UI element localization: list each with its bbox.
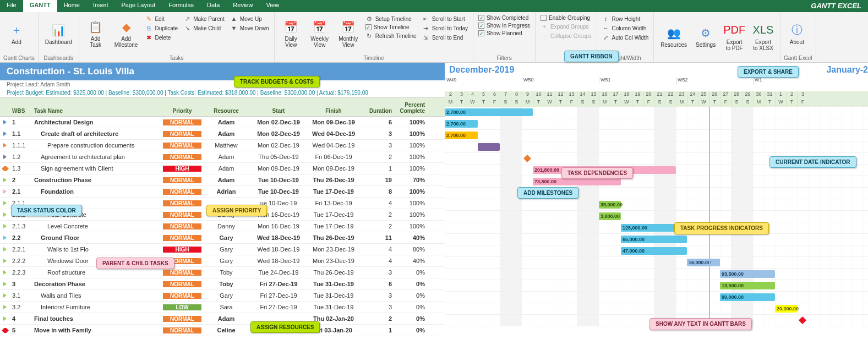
ribbon-show-completed[interactable]: ✓Show Completed	[477, 14, 532, 21]
ribbon-make-child[interactable]: ↘Make Child	[182, 24, 226, 32]
ribbon: ＋AddGantt Charts📊DashboardDashboards📋Add…	[0, 12, 868, 63]
current-date-line	[709, 107, 710, 326]
task-pane: Construction - St. Louis Villa Project L…	[0, 63, 445, 336]
week-header: W49W50W51W52W1	[445, 77, 868, 85]
tab-home[interactable]: Home	[57, 0, 86, 12]
tab-review[interactable]: Review	[226, 0, 259, 12]
ribbon-about[interactable]: ⓘAbout	[784, 13, 810, 54]
ribbon-scroll-to-today[interactable]: ⇥Scroll to Today	[421, 24, 470, 32]
task-row[interactable]: 3.2Interiors/ FurnitureLOWSaraFri 27-Dec…	[0, 302, 445, 313]
callout-budgets: TRACK BUDGETS & COSTS	[234, 76, 320, 88]
milestone-marker[interactable]	[523, 155, 531, 162]
ribbon-export-to xlsx[interactable]: XLSExportto XLSX	[750, 13, 777, 60]
gantt-pane: December-2019 January-2 W49W50W51W52W1 2…	[445, 63, 868, 336]
tab-formulas[interactable]: Formulas	[162, 0, 200, 12]
ribbon-expand-groups: +Expand Groups	[539, 22, 593, 31]
callout-priority: ASSIGN PRIORITY	[206, 205, 267, 216]
task-row[interactable]: 1.1.1Prepare construction documentsNORMA…	[0, 140, 445, 151]
ribbon-make-parent[interactable]: ↗Make Parent	[182, 14, 226, 23]
gantt-bar[interactable]: 80,000.00	[720, 293, 775, 301]
task-row[interactable]: 2.1FoundationNORMALAdrianTue 10-Dec-19Tu…	[0, 186, 445, 198]
callout-resources: ASSIGN RESOURCES	[250, 321, 320, 333]
callout-export: EXPORT & SHARE	[738, 66, 799, 78]
tab-data[interactable]: Data	[200, 0, 226, 12]
gantt-bar[interactable]: 2,700.00	[445, 108, 533, 116]
callout-progress: TASK PROGRESS INDICATORS	[674, 222, 769, 234]
tab-file[interactable]: File	[0, 0, 23, 12]
ribbon-column-width[interactable]: ↔Column Width	[600, 24, 651, 32]
month-header: December-2019 January-2	[445, 63, 868, 77]
callout-ribbon: GANTT RIBBON	[564, 51, 619, 62]
callout-milestones: ADD MILESTONES	[517, 187, 578, 199]
callout-bartext: SHOW ANY TEXT IN GANTT BARS	[649, 318, 752, 330]
task-row[interactable]: 1.1Create draft of architectureNORMALAda…	[0, 128, 445, 140]
gantt-bar[interactable]: 93,500.00	[720, 270, 775, 278]
ribbon-collapse-groups: −Collapse Groups	[539, 31, 593, 40]
tab-view[interactable]: View	[259, 0, 286, 12]
tab-page layout[interactable]: Page Layout	[114, 0, 162, 12]
ribbon-weekly-view[interactable]: 📅WeeklyView	[307, 13, 333, 54]
ribbon-monthly-view[interactable]: 📅MonthlyView	[335, 13, 362, 54]
gantt-body[interactable]: 2,700.002,700.002,700.00201,800.0073,800…	[445, 107, 868, 326]
gantt-bar[interactable]: 2,700.00	[445, 120, 478, 128]
ribbon-setup-timeline[interactable]: ⚙Setup Timeline	[364, 14, 418, 23]
day-header: 2345678910111213141516171819202122232425…	[445, 91, 868, 99]
gantt-bar[interactable]: 2,700.00	[445, 132, 478, 139]
task-row[interactable]: 2.2.2Windows/ DoorNORMALGaryWed 18-Dec-1…	[0, 255, 445, 267]
ribbon-refresh-timeline[interactable]: ↻Refresh Timeline	[364, 31, 418, 40]
ribbon-daily-view[interactable]: 📅DailyView	[278, 13, 304, 54]
gantt-bar[interactable]: 65,000.00	[621, 236, 687, 243]
gantt-bar[interactable]: 47,000.00	[621, 247, 687, 255]
tab-gantt[interactable]: GANTT	[23, 0, 57, 12]
ribbon-export-to pdf[interactable]: PDFExportto PDF	[721, 13, 747, 60]
task-row[interactable]: 2.2.3Roof structureNORMALTobyTue 24-Dec-…	[0, 267, 445, 278]
gantt-bar[interactable]: 16,000.00	[687, 259, 720, 266]
ribbon-show-timeline[interactable]: ✓Show Timeline	[364, 24, 418, 31]
task-row[interactable]: 2Construction PhaseNORMALAdamTue 10-Dec-…	[0, 174, 445, 186]
gantt-bar[interactable]	[478, 143, 500, 151]
menu-tabs: FileGANTTHomeInsertPage LayoutFormulasDa…	[0, 0, 868, 12]
gantt-bar[interactable]: 20,000.00	[775, 305, 797, 313]
gantt-bar[interactable]: 13,500.00	[720, 282, 775, 289]
gantt-bar[interactable]: 3,800.00	[599, 212, 621, 220]
ribbon-delete[interactable]: ✖Delete	[143, 33, 179, 42]
ribbon-row-height[interactable]: ↕Row Height	[600, 14, 651, 23]
ribbon-add-milestone[interactable]: ◆AddMilestone	[111, 13, 141, 54]
task-row[interactable]: 3Decoration PhaseNORMALTobyFri 27-Dec-19…	[0, 278, 445, 290]
callout-curdate: CURRENT DATE INDICATOR	[769, 156, 856, 168]
task-row[interactable]: 1.2Agreement to architectural planNORMAL…	[0, 151, 445, 163]
ribbon-add-task[interactable]: 📋AddTask	[83, 13, 109, 54]
gantt-bar[interactable]: 35,000.00	[599, 201, 621, 209]
callout-deps: TASK DEPENDENCIES	[561, 167, 633, 179]
callout-parent: PARENT & CHILD TASKS	[96, 258, 174, 269]
task-row[interactable]: 4Final touchesNORMALAdamThu 02-Jan-2020%	[0, 313, 445, 325]
task-row[interactable]: 1Architectural DesignNORMALAdamMon 02-De…	[0, 117, 445, 128]
ribbon-edit[interactable]: ✎Edit	[143, 14, 179, 23]
ribbon-duplicate[interactable]: ⎘Duplicate	[143, 24, 179, 32]
task-row[interactable]: 2.2Ground FloorNORMALGaryWed 18-Dec-19Th…	[0, 232, 445, 244]
project-title: Construction - St. Louis Villa	[0, 63, 445, 80]
task-row[interactable]: 2.2.1Walls to 1st FloHIGHGaryWed 18-Dec-…	[0, 244, 445, 255]
ribbon-scroll-to-start[interactable]: ⇤Scroll to Start	[421, 14, 470, 23]
tab-insert[interactable]: Insert	[86, 0, 115, 12]
ribbon-show-planned[interactable]: ✓Show Planned	[477, 30, 532, 37]
ribbon-resources[interactable]: 👥Resources	[657, 13, 690, 60]
task-row[interactable]: 2.1.3Level ConcreteNORMALDannyMon 16-Dec…	[0, 221, 445, 232]
ribbon-enable-grouping[interactable]: Enable Grouping	[539, 14, 593, 21]
ribbon-scroll-to-end[interactable]: ⇲Scroll to End	[421, 33, 470, 42]
ribbon-add[interactable]: ＋Add	[3, 13, 30, 54]
task-row[interactable]: 5Move in with FamilyNORMALCelineFri 03-J…	[0, 325, 445, 336]
task-row[interactable]: 1.3Sign agreement with ClientHIGHAdamMon…	[0, 163, 445, 174]
task-row[interactable]: 3.1Walls and TilesNORMALGaryFri 27-Dec-1…	[0, 290, 445, 302]
milestone-marker[interactable]	[799, 316, 806, 324]
table-header: WBS Task Name Priority Resource Start Fi…	[0, 97, 445, 117]
ribbon-settings[interactable]: ⚙Settings	[692, 13, 719, 60]
ribbon-dashboard[interactable]: 📊Dashboard	[42, 13, 75, 54]
project-budget-row: Project Budget: Estimated: $325,000.00 |…	[0, 89, 445, 97]
gantt-bar[interactable]: 73,800.00	[533, 178, 621, 185]
ribbon-move-down[interactable]: ▼Move Down	[228, 24, 271, 32]
callout-status: TASK STATUS COLOR	[11, 205, 82, 216]
ribbon-auto-col-width[interactable]: ⤢Auto Col Width	[600, 33, 651, 42]
ribbon-show-in-progress[interactable]: ✓Show In Progress	[477, 22, 532, 29]
ribbon-move-up[interactable]: ▲Move Up	[228, 14, 271, 23]
